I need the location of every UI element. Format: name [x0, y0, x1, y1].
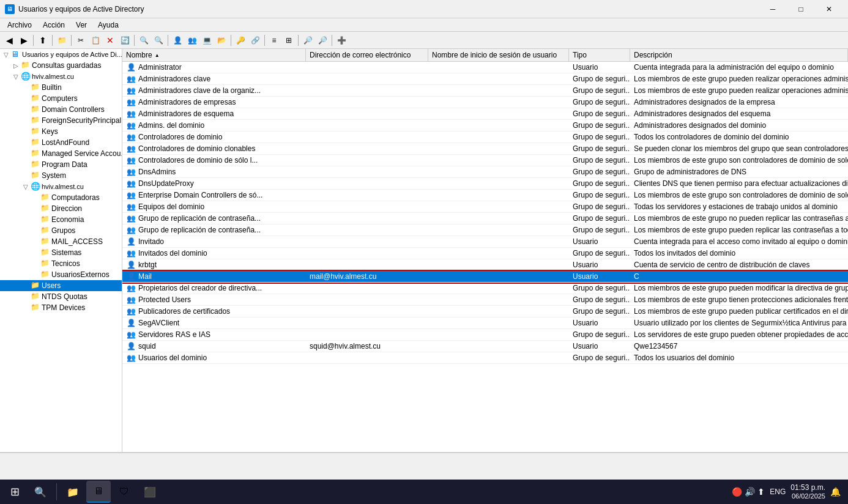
table-row[interactable]: 👥Controladores de dominio clonablesGrupo…: [122, 143, 848, 155]
table-row[interactable]: 👥Publicadores de certificadosGrupo de se…: [122, 306, 848, 317]
table-row[interactable]: 👥Admins. del dominioGrupo de seguri...Ad…: [122, 120, 848, 132]
search2-button[interactable]: 🔍: [152, 34, 165, 47]
view2-button[interactable]: ⊞: [282, 34, 296, 47]
sidebar-item-lostandfound[interactable]: 📁 LostAndFound: [0, 137, 122, 148]
sidebar-item-computers[interactable]: 📁 Computers: [0, 93, 122, 104]
search1-button[interactable]: 🔍: [137, 34, 151, 47]
refresh-button[interactable]: 🔄: [118, 34, 132, 47]
sidebar-item-tpm[interactable]: 📁 TPM Devices: [0, 302, 122, 313]
cell-logon: [428, 294, 569, 305]
col-header-desc[interactable]: Descripción: [630, 49, 848, 61]
table-row[interactable]: 👥Invitados del dominioGrupo de seguri...…: [122, 248, 848, 259]
up-button[interactable]: ⬆: [36, 34, 50, 47]
menu-ver[interactable]: Ver: [71, 20, 92, 31]
sidebar-item-computadoras[interactable]: 📁 Computadoras: [0, 192, 122, 203]
table-row[interactable]: 👥DnsUpdateProxyGrupo de seguri...Cliente…: [122, 178, 848, 190]
notification-icon[interactable]: 🔔: [830, 487, 841, 497]
table-row[interactable]: 👥Protected UsersGrupo de seguri...Los mi…: [122, 294, 848, 306]
sidebar-item-builtin[interactable]: 📁 Builtin: [0, 82, 122, 93]
taskbar-lang[interactable]: ENG: [770, 487, 786, 496]
filter1-button[interactable]: 🔎: [301, 34, 314, 47]
table-row[interactable]: 👤AdministratorUsuarioCuenta integrada pa…: [122, 62, 848, 73]
activedir-button[interactable]: 🖥: [86, 481, 111, 503]
table-row[interactable]: 👥Administradores clave de la organiz...G…: [122, 85, 848, 97]
table-row[interactable]: 👥Controladores de dominioGrupo de seguri…: [122, 132, 848, 143]
table-row[interactable]: 👤InvitadoUsuarioCuenta integrada para el…: [122, 236, 848, 248]
table-row[interactable]: 👥Equipos del dominioGrupo de seguri...To…: [122, 201, 848, 213]
sidebar-item-ntds[interactable]: 📁 NTDS Quotas: [0, 291, 122, 302]
cut-button[interactable]: ✂: [74, 34, 87, 47]
sidebar-item-programdata[interactable]: 📁 Program Data: [0, 159, 122, 170]
folder-button[interactable]: 📁: [55, 34, 69, 47]
user-button[interactable]: 👤: [171, 34, 184, 47]
sidebar-item-economia[interactable]: 📁 Economia: [0, 214, 122, 225]
folder-icon: 📁: [40, 237, 50, 246]
table-row[interactable]: 👤krbtgtUsuarioCuenta de servicio de cent…: [122, 259, 848, 271]
table-row[interactable]: 👥Propietarios del creador de directiva..…: [122, 283, 848, 294]
cmd-button[interactable]: ⬛: [138, 481, 162, 503]
sidebar-item-mailaccess[interactable]: 📁 MAIL_ACCESS: [0, 236, 122, 247]
cell-desc: Los miembros de este grupo tienen protec…: [630, 294, 848, 305]
sidebar-item-foreign[interactable]: 📁 ForeignSecurityPrincipal...: [0, 115, 122, 126]
ou-button[interactable]: 📂: [215, 34, 228, 47]
cell-nombre: 👥Enterprise Domain Controllers de só...: [122, 190, 306, 201]
add-button[interactable]: ➕: [335, 34, 348, 47]
copy-button[interactable]: 📋: [89, 34, 102, 47]
forward-button[interactable]: ▶: [17, 34, 31, 47]
start-button[interactable]: ⊞: [2, 481, 27, 503]
sidebar-item-direccion[interactable]: 📁 Direccion: [0, 203, 122, 214]
sidebar-item-managed[interactable]: 📁 Managed Service Accou...: [0, 148, 122, 159]
table-row[interactable]: 👥Enterprise Domain Controllers de só...G…: [122, 190, 848, 201]
table-row[interactable]: 👤squidsquid@hviv.almest.cuUsuarioQwe1234…: [122, 341, 848, 352]
link-button[interactable]: 🔗: [248, 34, 262, 47]
cell-logon: [428, 341, 569, 352]
sidebar-item-usuariosext[interactable]: 📁 UsuariosExternos: [0, 269, 122, 280]
col-header-logon[interactable]: Nombre de inicio de sesión de usuario: [428, 49, 569, 61]
table-row[interactable]: 👥Administradores de esquemaGrupo de segu…: [122, 108, 848, 120]
computer-button[interactable]: 💻: [200, 34, 214, 47]
table-row[interactable]: 👥Grupo de replicación de contraseña...Gr…: [122, 224, 848, 236]
cell-tipo: Grupo de seguri...: [569, 155, 630, 166]
filter2-button[interactable]: 🔎: [316, 34, 329, 47]
cell-email: [306, 329, 428, 340]
table-row[interactable]: 👥Grupo de replicación de contraseña...Gr…: [122, 213, 848, 224]
security-button[interactable]: 🛡: [112, 481, 136, 503]
sidebar-item-domain[interactable]: ▽ 🌐 hviv.almest.cu: [0, 71, 122, 82]
sidebar-item-users[interactable]: 📁 Users: [0, 280, 122, 291]
menu-ayuda[interactable]: Ayuda: [93, 20, 124, 31]
table-row[interactable]: 👥Controladores de dominio de sólo l...Gr…: [122, 155, 848, 166]
back-button[interactable]: ◀: [2, 34, 16, 47]
delete-button[interactable]: ✕: [103, 34, 117, 47]
table-row[interactable]: 👥Administradores claveGrupo de seguri...…: [122, 73, 848, 85]
maximize-button[interactable]: □: [787, 0, 815, 18]
sidebar-item-consultas[interactable]: ▷ 📁 Consultas guardadas: [0, 60, 122, 71]
sidebar-item-sistemas[interactable]: 📁 Sistemas: [0, 247, 122, 258]
explorer-button[interactable]: 📁: [61, 481, 85, 503]
group-button[interactable]: 👥: [185, 34, 199, 47]
sidebar-item-system[interactable]: 📁 System: [0, 170, 122, 181]
table-row[interactable]: 👥Usuarios del dominioGrupo de seguri...T…: [122, 352, 848, 364]
table-row[interactable]: 👥DnsAdminsGrupo de seguri...Grupo de adm…: [122, 166, 848, 178]
col-header-tipo[interactable]: Tipo: [569, 49, 630, 61]
table-row[interactable]: 👤Mailmail@hviv.almest.cuUsuarioC: [122, 271, 848, 283]
table-row[interactable]: 👥Administradores de empresasGrupo de seg…: [122, 97, 848, 108]
col-header-email[interactable]: Dirección de correo electrónico: [306, 49, 428, 61]
col-header-nombre[interactable]: Nombre ▲: [122, 49, 306, 61]
cell-tipo: Grupo de seguri...: [569, 132, 630, 143]
close-button[interactable]: ✕: [815, 0, 843, 18]
sidebar-item-grupos[interactable]: 📁 Grupos: [0, 225, 122, 236]
menu-accion[interactable]: Acción: [38, 20, 70, 31]
sidebar-item-tecnicos[interactable]: 📁 Tecnicos: [0, 258, 122, 269]
sidebar-item-domaincontrollers[interactable]: 📁 Domain Controllers: [0, 104, 122, 115]
search-button[interactable]: 🔍: [28, 481, 53, 503]
table-row[interactable]: 👥Servidores RAS e IASGrupo de seguri...L…: [122, 329, 848, 341]
tree-root[interactable]: ▽ 🖥 Usuarios y equipos de Active Di...: [0, 49, 122, 60]
view1-button[interactable]: ≡: [267, 34, 281, 47]
table-row[interactable]: 👤SegAVClientUsuarioUsuario utilizado por…: [122, 317, 848, 329]
taskbar-clock[interactable]: 01:53 p.m. 06/02/2025: [790, 483, 825, 500]
menu-archivo[interactable]: Archivo: [2, 20, 37, 31]
key1-button[interactable]: 🔑: [234, 34, 247, 47]
minimize-button[interactable]: ─: [759, 0, 787, 18]
sidebar-item-keys[interactable]: 📁 Keys: [0, 126, 122, 137]
sidebar-item-subdomain[interactable]: ▽ 🌐 hviv.almest.cu: [0, 181, 122, 192]
